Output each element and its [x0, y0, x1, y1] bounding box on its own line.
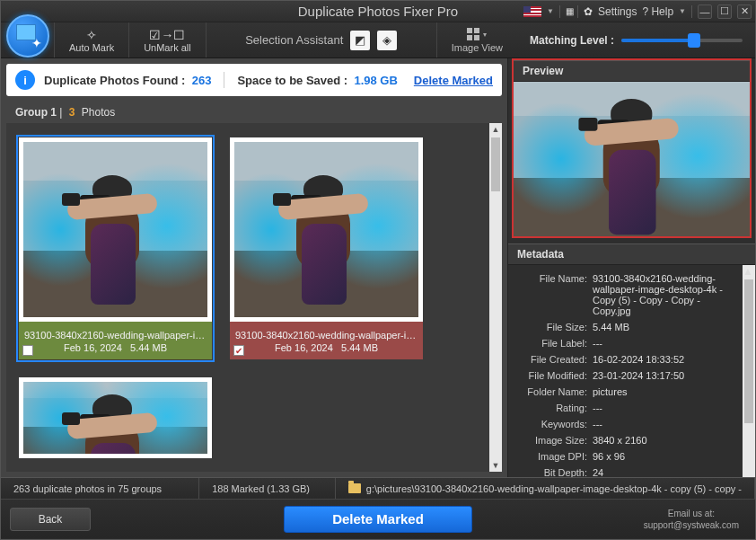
metadata-key: File Created:	[512, 354, 593, 365]
toolbar: ✧ Auto Mark ☑→☐ UnMark all Selection Ass…	[1, 22, 755, 58]
gear-icon: ✿	[584, 5, 593, 18]
close-button[interactable]: ✕	[737, 4, 752, 19]
metadata-value: 24	[593, 467, 752, 477]
info-bar: i Duplicate Photos Found : 263 Space to …	[6, 64, 502, 96]
title-bar: Duplicate Photos Fixer Pro ▼ ▦ ✿ Setting…	[1, 1, 755, 22]
photo-date: Feb 16, 2024	[64, 342, 122, 353]
language-dd-icon[interactable]: ▼	[547, 7, 554, 15]
app-title: Duplicate Photos Fixer Pro	[298, 4, 458, 19]
preview-header: Preview	[514, 60, 750, 82]
photo-filename: 93100-3840x2160-wedding-wallpaper-im…	[19, 328, 212, 342]
metadata-key: File Modified:	[512, 370, 593, 381]
group-photos-label: Photos	[82, 106, 115, 119]
maximize-button[interactable]: ☐	[717, 4, 732, 19]
metadata-row: File Modified:23-01-2024 13:17:50	[512, 367, 752, 384]
metadata-key: File Size:	[512, 322, 593, 332]
metadata-row: Image Size:3840 x 2160	[512, 432, 752, 448]
metadata-value: 93100-3840x2160-wedding-wallpaper-image-…	[593, 273, 752, 316]
back-button[interactable]: Back	[10, 508, 91, 531]
info-icon: i	[15, 70, 35, 90]
grid-small-icon[interactable]: ▦	[566, 6, 572, 16]
scroll-up-icon[interactable]: ▲	[489, 123, 502, 136]
metadata-row: Rating:---	[512, 400, 752, 416]
delete-marked-link[interactable]: Delete Marked	[414, 74, 493, 87]
delete-marked-button[interactable]: Delete Marked	[284, 506, 472, 533]
footer: Back Delete Marked Email us at: support@…	[1, 499, 755, 538]
photo-filename: 93100-3840x2160-wedding-wallpaper-im…	[230, 328, 423, 342]
metadata-key: File Name:	[512, 273, 593, 316]
scroll-up-icon[interactable]: ▲	[743, 265, 755, 278]
matching-level-label: Matching Level :	[530, 34, 614, 47]
email-label: Email us at:	[644, 508, 739, 519]
app-logo	[1, 22, 55, 58]
photo-thumbnail[interactable]	[19, 137, 212, 322]
metadata-value: 96 x 96	[593, 451, 752, 462]
gallery-scrollbar[interactable]: ▲ ▼	[489, 123, 502, 472]
photo-checkbox[interactable]	[22, 345, 33, 356]
photo-card[interactable]	[19, 377, 212, 458]
metadata-row: File Label:---	[512, 335, 752, 351]
folder-icon	[348, 483, 361, 493]
found-label: Duplicate Photos Found :	[44, 74, 185, 87]
space-label: Space to be Saved :	[237, 74, 347, 87]
auto-mark-label: Auto Mark	[69, 42, 114, 53]
metadata-key: Folder Name:	[512, 386, 593, 397]
metadata-value: 3840 x 2160	[593, 435, 752, 446]
settings-link[interactable]: Settings	[598, 5, 637, 18]
metadata-row: File Created:16-02-2024 18:33:52	[512, 351, 752, 367]
preview-image	[514, 82, 750, 236]
metadata-value: ---	[593, 419, 752, 429]
status-duplicates: 263 duplicate photos in 75 groups	[1, 478, 199, 499]
matching-level-slider[interactable]	[621, 39, 743, 42]
metadata-row: Image DPI:96 x 96	[512, 448, 752, 465]
auto-mark-button[interactable]: ✧ Auto Mark	[55, 22, 129, 58]
photo-size: 5.44 MB	[341, 342, 378, 353]
metadata-key: Bit Depth:	[512, 467, 593, 477]
metadata-key: File Label:	[512, 338, 593, 349]
assist-tool-1[interactable]: ◩	[350, 31, 370, 50]
metadata-row: Bit Depth:24	[512, 465, 752, 477]
grid-icon	[467, 28, 479, 40]
assist-tool-2[interactable]: ◈	[377, 31, 397, 50]
results-panel: i Duplicate Photos Found : 263 Space to …	[1, 58, 508, 477]
unmark-all-button[interactable]: ☑→☐ UnMark all	[129, 22, 207, 58]
selection-assistant: Selection Assistant ◩ ◈	[207, 22, 436, 58]
support-email: Email us at: support@systweak.com	[644, 508, 739, 531]
metadata-row: Folder Name:pictures	[512, 384, 752, 400]
language-flag-icon[interactable]	[523, 6, 541, 17]
thumbnail-gallery: 93100-3840x2160-wedding-wallpaper-im… Fe…	[6, 123, 502, 472]
group-header: Group 1 | 3 Photos	[1, 102, 507, 123]
status-bar: 263 duplicate photos in 75 groups 188 Ma…	[1, 477, 755, 499]
metadata-key: Image Size:	[512, 435, 593, 446]
space-value: 1.98 GB	[354, 74, 397, 87]
side-panel: Preview Metadata File Name:93100-3840x21…	[508, 58, 755, 477]
metadata-value: ---	[593, 403, 752, 413]
photo-checkbox[interactable]: ✔	[233, 345, 244, 356]
status-marked: 188 Marked (1.33 GB)	[199, 478, 336, 499]
preview-panel: Preview	[512, 58, 752, 238]
photo-meta-bar: 93100-3840x2160-wedding-wallpaper-im… Fe…	[230, 322, 423, 359]
minimize-button[interactable]: —	[698, 4, 712, 19]
status-path-cell: g:\pictures\93100-3840x2160-wedding-wall…	[336, 478, 755, 499]
metadata-scrollbar[interactable]: ▲ ▼	[743, 265, 755, 477]
metadata-value: 16-02-2024 18:33:52	[593, 354, 752, 365]
help-link[interactable]: ? Help	[642, 5, 673, 18]
metadata-value: 23-01-2024 13:17:50	[593, 370, 752, 381]
photo-thumbnail[interactable]	[230, 137, 423, 322]
photo-thumbnail[interactable]	[19, 377, 212, 458]
email-address[interactable]: support@systweak.com	[644, 519, 739, 531]
selection-assistant-label: Selection Assistant	[245, 33, 343, 47]
photo-meta-bar: 93100-3840x2160-wedding-wallpaper-im… Fe…	[19, 322, 212, 359]
image-view-button[interactable]: ▾ Image View	[436, 22, 517, 58]
photo-size: 5.44 MB	[130, 342, 167, 353]
metadata-header: Metadata	[508, 243, 755, 265]
photo-card[interactable]: 93100-3840x2160-wedding-wallpaper-im… Fe…	[19, 137, 212, 359]
group-count: 3	[69, 106, 75, 119]
metadata-row: Keywords:---	[512, 416, 752, 432]
metadata-panel: File Name:93100-3840x2160-wedding-wallpa…	[508, 265, 755, 477]
scroll-down-icon[interactable]: ▼	[489, 459, 502, 472]
group-label: Group 1	[15, 106, 57, 119]
metadata-row: File Name:93100-3840x2160-wedding-wallpa…	[512, 270, 752, 319]
metadata-key: Rating:	[512, 403, 593, 413]
photo-card[interactable]: 93100-3840x2160-wedding-wallpaper-im… Fe…	[230, 137, 423, 359]
